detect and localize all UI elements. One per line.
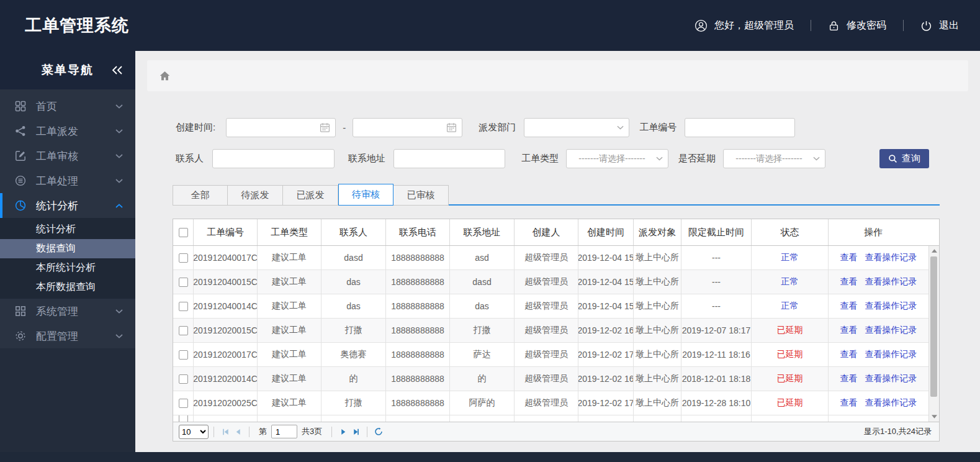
row-checkbox[interactable]: [179, 253, 188, 263]
row-checkbox[interactable]: [179, 415, 188, 422]
view-link[interactable]: 查看: [840, 301, 858, 312]
cell-creator: 超级管理员: [515, 319, 578, 342]
delay-select[interactable]: -------请选择-------: [723, 149, 825, 168]
calendar-icon[interactable]: [320, 122, 330, 133]
cell-deadline: ---: [681, 270, 752, 294]
cell-address: [450, 415, 515, 422]
tab-label: 全部: [191, 189, 210, 201]
cell-status: 已延期: [752, 343, 829, 366]
chevron-down-icon: [115, 334, 123, 338]
view-log-link[interactable]: 查看操作记录: [865, 349, 917, 360]
create-time-from-input[interactable]: [226, 118, 336, 137]
view-link[interactable]: 查看: [840, 325, 858, 336]
cell-actions: 查看 查看操作记录: [829, 391, 939, 415]
row-checkbox[interactable]: [179, 350, 188, 360]
sidebar-subitem-branch-stats[interactable]: 本所统计分析: [0, 258, 135, 278]
cell-creator: 超级管理员: [515, 270, 578, 294]
column-header: 创建时间: [578, 219, 634, 245]
sidebar-subitem-branch-data-query[interactable]: 本所数据查询: [0, 278, 135, 297]
cell-status: [752, 415, 829, 422]
cell-created-time: 2019-12-04 15: [578, 246, 634, 270]
cell-checkbox: [173, 343, 194, 366]
sidebar-item-home[interactable]: 首页: [0, 94, 135, 119]
order-type-select[interactable]: -------请选择-------: [566, 149, 668, 168]
sidebar-item-stats[interactable]: 统计分析: [0, 193, 135, 218]
last-page-button[interactable]: [349, 425, 362, 438]
order-no-input[interactable]: [685, 118, 795, 137]
chevron-down-icon: [617, 125, 624, 130]
sidebar-subitem-label: 本所统计分析: [36, 261, 96, 274]
address-input[interactable]: [393, 149, 505, 168]
sidebar-subitem-label: 本所数据查询: [36, 281, 96, 294]
view-log-link[interactable]: 查看操作记录: [865, 301, 917, 312]
refresh-icon[interactable]: [372, 425, 385, 438]
scroll-up-icon[interactable]: [929, 249, 939, 253]
row-checkbox[interactable]: [179, 326, 188, 335]
pager-divider: [214, 427, 214, 437]
cell-order-type: [258, 415, 321, 422]
view-log-link[interactable]: 查看操作记录: [865, 373, 917, 384]
sidebar-item-label: 工单处理: [36, 174, 115, 188]
view-log-link[interactable]: 查看操作记录: [865, 276, 917, 288]
chevron-down-icon: [115, 204, 123, 208]
sidebar-subitem-data-query[interactable]: 数据查询: [0, 239, 135, 258]
first-page-button[interactable]: [219, 425, 232, 438]
sidebar-item-process[interactable]: 工单处理: [0, 168, 135, 193]
sidebar-subitem-stats-analysis[interactable]: 统计分析: [0, 220, 135, 239]
user-icon: [695, 19, 708, 32]
greeting-text: 您好，超级管理员: [714, 19, 794, 32]
view-link[interactable]: 查看: [840, 276, 858, 288]
sidebar-item-system[interactable]: 系统管理: [0, 299, 135, 324]
page-number-input[interactable]: [271, 425, 297, 438]
calendar-icon[interactable]: [446, 122, 457, 133]
sidebar-item-label: 系统管理: [36, 304, 115, 319]
view-log-link[interactable]: 查看操作记录: [865, 325, 917, 336]
logout-link[interactable]: 退出: [920, 19, 959, 32]
cell-address: 的: [450, 367, 515, 391]
sidebar-item-review[interactable]: 工单审核: [0, 143, 135, 168]
page-size-select[interactable]: 10: [179, 425, 209, 439]
sidebar-menu: 首页 工单派发 工单审核 工单处理 统计分析 统计分析 数据查询 本所统计分析 …: [0, 89, 135, 348]
view-link[interactable]: 查看: [840, 373, 858, 384]
home-icon[interactable]: [159, 70, 171, 82]
cell-deadline: 2019-12-11 18:16: [681, 343, 752, 366]
tab-all[interactable]: 全部: [173, 185, 228, 206]
prev-page-button[interactable]: [232, 425, 244, 438]
sidebar-item-config[interactable]: 配置管理: [0, 324, 135, 348]
cell-phone: 18888888888: [386, 246, 450, 270]
view-link[interactable]: 查看: [840, 252, 858, 263]
sidebar-item-label: 工单审核: [36, 149, 115, 163]
tab-pending-review[interactable]: 待审核: [338, 184, 393, 206]
view-link[interactable]: 查看: [840, 349, 858, 360]
view-log-link[interactable]: 查看操作记录: [865, 397, 917, 409]
view-log-link[interactable]: 查看操作记录: [865, 252, 917, 263]
view-link[interactable]: 查看: [840, 397, 858, 409]
search-button[interactable]: 查询: [879, 149, 929, 168]
column-header: 联系人: [321, 219, 386, 245]
contact-input[interactable]: [212, 149, 335, 168]
cell-order-type: 建议工单: [258, 367, 321, 391]
pager-divider: [331, 427, 332, 437]
scrollbar-thumb[interactable]: [930, 256, 937, 397]
next-page-button[interactable]: [337, 425, 349, 438]
change-password-link[interactable]: 修改密码: [828, 19, 886, 32]
cell-deadline: ---: [681, 294, 752, 318]
sidebar-item-dispatch[interactable]: 工单派发: [0, 119, 135, 143]
row-checkbox[interactable]: [179, 399, 188, 408]
tab-pending-dispatch[interactable]: 待派发: [228, 185, 283, 206]
table-scrollbar[interactable]: [928, 246, 939, 422]
cell-actions: 查看 查看操作记录: [829, 246, 939, 270]
select-all-checkbox[interactable]: [179, 228, 188, 237]
row-checkbox[interactable]: [179, 278, 188, 287]
scroll-down-icon[interactable]: [929, 415, 939, 419]
create-time-to-input[interactable]: [353, 118, 462, 137]
row-checkbox[interactable]: [179, 302, 188, 311]
collapse-sidebar-icon[interactable]: [112, 66, 123, 75]
row-checkbox[interactable]: [179, 374, 188, 384]
tab-dispatched[interactable]: 已派发: [283, 185, 338, 206]
tab-reviewed[interactable]: 已审核: [393, 185, 449, 206]
user-greeting[interactable]: 您好，超级管理员: [695, 19, 794, 32]
dispatch-dept-select[interactable]: [524, 118, 629, 137]
cell-order-no: 201912040014C: [194, 294, 258, 318]
column-header: 创建人: [515, 219, 578, 245]
